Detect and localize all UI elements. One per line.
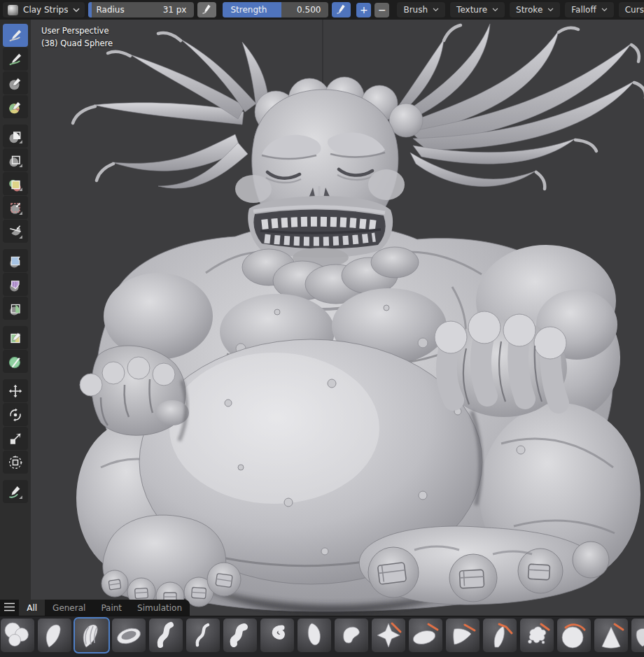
sphere-scrape-icon xyxy=(557,619,591,652)
menu-texture[interactable]: Texture xyxy=(450,2,505,17)
tool-scale[interactable] xyxy=(3,427,28,450)
radius-pressure-button[interactable] xyxy=(197,2,216,17)
annotate-icon xyxy=(8,484,23,500)
teardrop-icon xyxy=(298,619,331,652)
brush-thumbnail-sphere-scrape[interactable] xyxy=(557,619,591,652)
s-spiral-icon xyxy=(260,619,294,652)
blob-spheres-icon xyxy=(1,619,34,652)
brush-thumbnail-clay-stroke[interactable] xyxy=(38,619,71,652)
brush-thumbnail-dish-scrape[interactable] xyxy=(409,619,442,652)
asset-shelf-tabstrip: AllGeneralPaintSimulation xyxy=(0,600,190,616)
s-curve-thick-icon xyxy=(223,619,257,652)
3d-viewport[interactable]: User Perspective (38) Quad Sphere xyxy=(31,20,644,616)
menu-falloff[interactable]: Falloff xyxy=(565,2,613,17)
brush-thumbnail-s-curve-thin[interactable] xyxy=(186,619,220,652)
add-button[interactable]: + xyxy=(356,3,371,17)
tool-edit-face-set[interactable] xyxy=(3,326,28,349)
shelf-tab-paint[interactable]: Paint xyxy=(93,600,130,616)
header-menus: BrushTextureStrokeFalloffCursor xyxy=(397,2,644,17)
tool-color-filter[interactable] xyxy=(3,297,28,320)
menu-brush[interactable]: Brush xyxy=(397,2,445,17)
shelf-tab-all[interactable]: All xyxy=(19,600,45,616)
tool-brush[interactable] xyxy=(3,24,28,47)
brush-thumbnail-s-curve-thick[interactable] xyxy=(223,619,257,652)
brush-selector-label: Clay Strips xyxy=(23,5,68,15)
brush-thumbnail-claw-scrape[interactable] xyxy=(483,619,517,652)
tool-draw-face-sets[interactable] xyxy=(3,95,28,118)
pen-pressure-icon xyxy=(335,3,348,17)
brush-thumbnail-splatter[interactable] xyxy=(520,619,554,652)
mask-brush-icon xyxy=(8,76,23,91)
cross-scrape-icon xyxy=(372,619,405,652)
box-face-set-icon xyxy=(8,176,23,192)
tool-line-project[interactable] xyxy=(3,220,28,243)
wedge-scrape-icon xyxy=(446,619,479,652)
paintbrush-icon xyxy=(8,28,23,43)
tool-rotate[interactable] xyxy=(3,403,28,426)
splatter-icon xyxy=(520,619,554,652)
transform-icon xyxy=(8,455,23,470)
brush-preview-icon xyxy=(8,5,18,15)
menu-label: Falloff xyxy=(571,5,596,15)
chevron-down-icon xyxy=(73,8,80,13)
brush-thumbnail-teardrop[interactable] xyxy=(298,619,331,652)
brush-thumbnail-clay-strips[interactable] xyxy=(75,619,108,652)
clay-strips-icon xyxy=(75,619,108,652)
tool-annotate[interactable] xyxy=(3,480,28,503)
tool-mask-brush[interactable] xyxy=(3,71,28,94)
tool-box-hide[interactable] xyxy=(3,148,28,171)
claw-scrape-icon xyxy=(483,619,517,652)
tool-cloth-filter[interactable] xyxy=(3,273,28,296)
brush-thumbnail-cross-scrape[interactable] xyxy=(372,619,405,652)
move-icon xyxy=(8,383,23,399)
tool-mesh-filter[interactable] xyxy=(3,249,28,272)
s-curve-thin-icon xyxy=(186,619,220,652)
box-mask-icon xyxy=(8,129,23,144)
radius-slider[interactable]: Radius 31 px xyxy=(88,2,194,17)
menu-stroke[interactable]: Stroke xyxy=(510,2,560,17)
clay-stroke-icon xyxy=(38,619,71,652)
cone-scrape-icon xyxy=(594,619,628,652)
tool-move[interactable] xyxy=(3,379,28,402)
shelf-tab-simulation[interactable]: Simulation xyxy=(130,600,190,616)
shelf-tab-general[interactable]: General xyxy=(45,600,93,616)
edit-face-set-icon xyxy=(8,330,23,346)
menu-label: Cursor xyxy=(625,5,644,15)
mesh-filter-icon xyxy=(8,253,23,269)
menu-cursor[interactable]: Cursor xyxy=(619,2,644,17)
chevron-down-icon xyxy=(601,8,608,12)
brush-thumbnail-s-spiral[interactable] xyxy=(260,619,294,652)
brush-thumbnail-s-curve[interactable] xyxy=(149,619,183,652)
remove-button[interactable]: − xyxy=(374,3,389,17)
brush-thumbnail-clay-scoop[interactable] xyxy=(112,619,146,652)
mask-by-color-icon xyxy=(8,354,23,369)
brush-asset-shelf xyxy=(0,616,644,657)
tool-transform[interactable] xyxy=(3,451,28,474)
rotate-icon xyxy=(8,407,23,423)
strength-pressure-button[interactable] xyxy=(332,2,351,17)
object-label: (38) Quad Sphere xyxy=(41,38,113,50)
line-project-icon xyxy=(8,224,23,239)
strength-slider[interactable]: Strength 0.500 xyxy=(223,2,328,17)
scale-icon xyxy=(8,431,23,446)
menu-label: Brush xyxy=(403,5,428,15)
sparkle-icon xyxy=(631,619,644,652)
brush-thumbnail-wedge-scrape[interactable] xyxy=(446,619,479,652)
brush-thumbnail-sparkle[interactable] xyxy=(631,619,644,652)
tool-box-face-set[interactable] xyxy=(3,172,28,195)
tool-box-mask[interactable] xyxy=(3,125,28,148)
brush-thumbnail-cone-scrape[interactable] xyxy=(594,619,628,652)
box-trim-icon xyxy=(8,200,23,216)
tool-box-trim[interactable] xyxy=(3,196,28,219)
shelf-menu-button[interactable] xyxy=(0,600,19,616)
brush-thumbnail-kidney[interactable] xyxy=(335,619,368,652)
paint-brush-icon xyxy=(8,52,23,67)
perspective-label: User Perspective xyxy=(41,25,113,38)
tool-paint[interactable] xyxy=(3,48,28,71)
chevron-down-icon xyxy=(547,8,554,12)
brush-selector-dropdown[interactable]: Clay Strips xyxy=(3,2,85,17)
tool-mask-by-color[interactable] xyxy=(3,350,28,373)
viewport-overlay-text: User Perspective (38) Quad Sphere xyxy=(41,25,113,50)
brush-thumbnail-blob-spheres[interactable] xyxy=(1,619,34,652)
sculpted-model xyxy=(31,20,644,616)
